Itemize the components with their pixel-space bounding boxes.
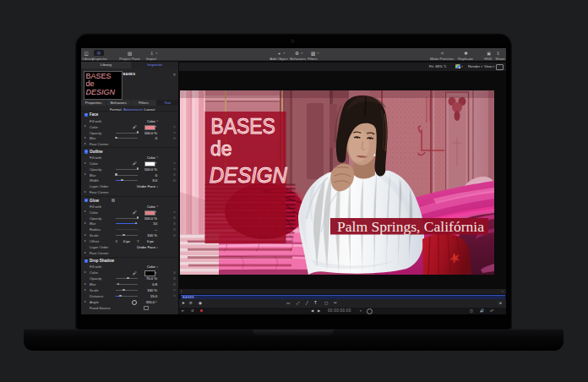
svg-text:BASES: BASES: [210, 114, 275, 138]
svg-text:Palm Springs, Califórnia: Palm Springs, Califórnia: [337, 218, 484, 235]
svg-text:DESIGN: DESIGN: [210, 162, 288, 188]
svg-text:de: de: [210, 138, 232, 160]
